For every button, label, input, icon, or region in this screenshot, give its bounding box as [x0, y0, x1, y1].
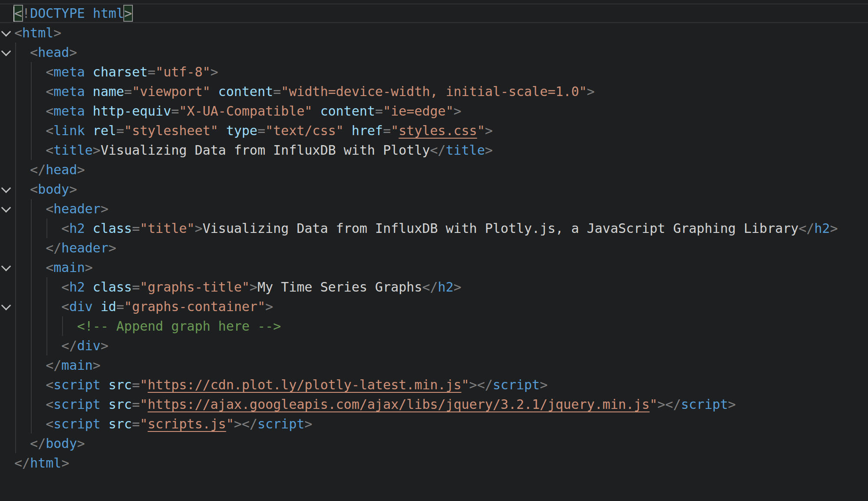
code-token: [218, 123, 226, 138]
code-token: =: [132, 221, 140, 236]
code-token: </: [30, 162, 46, 177]
code-token: >: [304, 416, 312, 431]
code-line[interactable]: </body>: [0, 434, 868, 453]
code-token: <: [46, 377, 53, 392]
code-token: </: [242, 416, 257, 431]
code-token: <: [30, 45, 38, 60]
code-token: >: [109, 240, 116, 255]
code-token: <: [61, 279, 69, 295]
code-token: script: [53, 397, 100, 412]
indent-guide: [15, 375, 16, 395]
code-line[interactable]: <div id="graphs-container">: [0, 297, 868, 316]
code-token: </: [799, 221, 814, 236]
code-token: script: [257, 416, 304, 431]
code-token: body: [46, 436, 77, 451]
code-token: </: [430, 143, 446, 158]
code-line[interactable]: </html>: [0, 453, 868, 473]
code-token: [312, 103, 320, 119]
code-token: [85, 221, 93, 236]
indent-guide: [62, 316, 63, 336]
code-line[interactable]: <script src="scripts.js"></script>: [0, 414, 868, 434]
indent-guide: [15, 219, 16, 238]
code-line[interactable]: </head>: [0, 160, 868, 179]
link-token[interactable]: styles.css: [399, 123, 477, 138]
indent-guide: [15, 238, 16, 258]
code-line[interactable]: <title>Visualizing Data from InfluxDB wi…: [0, 140, 868, 160]
indent-guide: [15, 297, 16, 316]
indent-guide: [15, 414, 16, 434]
code-token: </: [14, 455, 30, 471]
fold-chevron-down-icon[interactable]: [1, 262, 11, 272]
indent-guide: [31, 199, 32, 219]
code-token: h2: [814, 221, 830, 236]
indent-guide: [15, 434, 16, 453]
code-line[interactable]: <h2 class="graphs-title">My Time Series …: [0, 277, 868, 297]
code-line[interactable]: <meta name="viewport" content="width=dev…: [0, 82, 868, 101]
indent-guide: [31, 121, 32, 140]
code-token: div: [69, 299, 92, 314]
code-line[interactable]: <html>: [0, 23, 868, 43]
code-token: =: [124, 84, 132, 99]
code-line[interactable]: </header>: [0, 238, 868, 258]
code-token: </: [477, 377, 493, 392]
code-token: rel: [93, 123, 116, 138]
code-token: =: [273, 84, 281, 99]
link-token[interactable]: https://ajax.googleapis.com/ajax/libs/jq…: [148, 397, 650, 412]
link-token[interactable]: https://cdn.plot.ly/plotly-latest.min.js: [148, 377, 461, 392]
code-token: "stylesheet": [124, 123, 218, 138]
code-token: =: [257, 123, 265, 138]
code-line[interactable]: <header>: [0, 199, 868, 219]
code-line[interactable]: <link rel="stylesheet" type="text/css" h…: [0, 121, 868, 140]
code-line[interactable]: </div>: [0, 336, 868, 355]
code-token: >: [61, 455, 69, 471]
code-token: =: [383, 123, 391, 138]
code-token: >: [93, 143, 101, 158]
code-token: <: [46, 143, 53, 158]
code-token: "graphs-title": [140, 279, 250, 295]
code-token: "width=device-width, initial-scale=1.0": [281, 84, 587, 99]
code-token: ": [140, 397, 148, 412]
code-token: main: [61, 358, 92, 373]
code-line[interactable]: <meta http-equiv="X-UA-Compatible" conte…: [0, 101, 868, 121]
code-token: [101, 416, 109, 431]
code-token: >: [265, 299, 273, 314]
code-token: script: [53, 377, 100, 392]
code-token: src: [109, 377, 132, 392]
code-token: href: [352, 123, 383, 138]
code-line[interactable]: <h2 class="title">Visualizing Data from …: [0, 219, 868, 238]
code-token: "utf-8": [155, 64, 210, 80]
fold-chevron-down-icon[interactable]: [1, 203, 11, 213]
code-line[interactable]: <!-- Append graph here -->: [0, 316, 868, 336]
code-editor: <!DOCTYPE html><html><head><meta charset…: [0, 0, 868, 501]
code-token: "X-UA-Compatible": [179, 103, 312, 119]
fold-chevron-down-icon[interactable]: [1, 301, 11, 311]
fold-chevron-down-icon[interactable]: [1, 183, 11, 193]
code-line[interactable]: <meta charset="utf-8">: [0, 62, 868, 82]
code-token: h2: [69, 221, 85, 236]
fold-chevron-down-icon[interactable]: [1, 27, 11, 37]
code-token: <: [14, 6, 22, 21]
code-line[interactable]: <script src="https://cdn.plot.ly/plotly-…: [0, 375, 868, 395]
code-token: >: [453, 103, 461, 119]
code-line[interactable]: </main>: [0, 355, 868, 375]
code-line[interactable]: <!DOCTYPE html>: [0, 3, 868, 23]
indent-guide: [46, 316, 47, 336]
indent-guide: [15, 140, 16, 160]
code-token: <: [46, 103, 53, 119]
fold-chevron-down-icon[interactable]: [1, 46, 11, 56]
code-token: >: [830, 221, 838, 236]
code-line[interactable]: <head>: [0, 43, 868, 62]
code-token: <: [46, 416, 53, 431]
code-line[interactable]: <body>: [0, 179, 868, 199]
code-line[interactable]: <script src="https://ajax.googleapis.com…: [0, 395, 868, 414]
code-token: >: [77, 436, 85, 451]
indent-guide: [31, 82, 32, 101]
indent-guide: [31, 277, 32, 297]
link-token[interactable]: scripts.js: [148, 416, 226, 431]
code-line[interactable]: <main>: [0, 258, 868, 277]
code-token: >: [485, 143, 493, 158]
indent-guide: [15, 179, 16, 199]
code-token: >: [540, 377, 548, 392]
code-token: body: [38, 182, 69, 197]
indent-guide: [15, 395, 16, 414]
